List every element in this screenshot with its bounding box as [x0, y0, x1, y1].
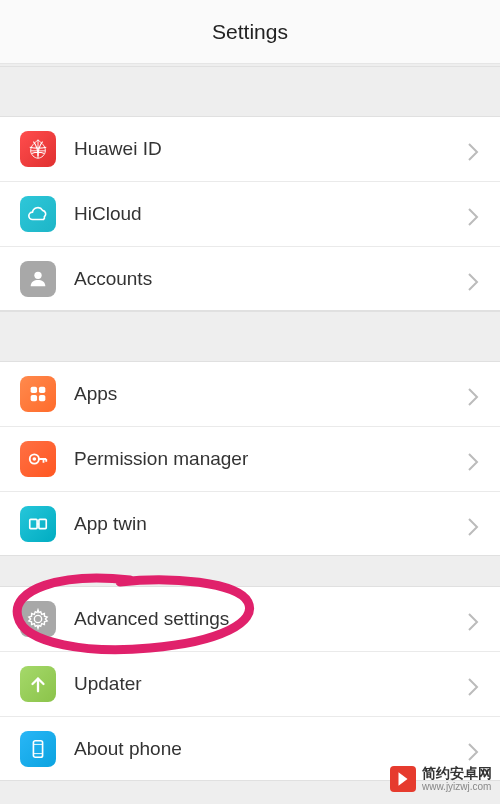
cloud-icon [20, 196, 56, 232]
chevron-right-icon [466, 517, 480, 531]
list-item-hicloud[interactable]: HiCloud [0, 181, 500, 246]
svg-rect-8 [39, 519, 46, 528]
list-item-advanced-settings[interactable]: Advanced settings [0, 586, 500, 651]
svg-point-0 [34, 271, 41, 278]
list-item-apps[interactable]: Apps [0, 361, 500, 426]
settings-group-apps: Apps Permission manager App twin [0, 361, 500, 556]
list-item-label: Huawei ID [74, 138, 466, 160]
list-item-label: About phone [74, 738, 466, 760]
list-item-huawei-id[interactable]: Huawei ID [0, 116, 500, 181]
watermark: 简约安卓网 www.jyizwj.com [390, 766, 492, 792]
svg-point-6 [33, 457, 37, 461]
key-icon [20, 441, 56, 477]
chevron-right-icon [466, 207, 480, 221]
settings-group-system: Advanced settings Updater About phone [0, 586, 500, 781]
chevron-right-icon [466, 272, 480, 286]
section-gap [0, 66, 500, 116]
grid-icon [20, 376, 56, 412]
svg-rect-1 [31, 387, 37, 393]
settings-group-accounts: Huawei ID HiCloud Accounts [0, 116, 500, 311]
list-item-label: Apps [74, 383, 466, 405]
svg-rect-4 [39, 395, 45, 401]
svg-rect-7 [30, 519, 37, 528]
list-item-apptwin[interactable]: App twin [0, 491, 500, 556]
list-item-label: HiCloud [74, 203, 466, 225]
list-item-label: Advanced settings [74, 608, 466, 630]
page-title: Settings [212, 20, 288, 44]
list-item-label: Updater [74, 673, 466, 695]
twin-icon [20, 506, 56, 542]
svg-rect-2 [39, 387, 45, 393]
chevron-right-icon [466, 452, 480, 466]
watermark-logo-icon [390, 766, 416, 792]
watermark-url: www.jyizwj.com [422, 781, 492, 792]
svg-rect-10 [33, 740, 42, 757]
header: Settings [0, 0, 500, 64]
arrow-up-icon [20, 666, 56, 702]
chevron-right-icon [466, 742, 480, 756]
list-item-label: Accounts [74, 268, 466, 290]
chevron-right-icon [466, 612, 480, 626]
list-item-updater[interactable]: Updater [0, 651, 500, 716]
watermark-text: 简约安卓网 www.jyizwj.com [422, 766, 492, 792]
watermark-title: 简约安卓网 [422, 766, 492, 781]
list-item-label: Permission manager [74, 448, 466, 470]
section-gap [0, 311, 500, 361]
person-icon [20, 261, 56, 297]
chevron-right-icon [466, 677, 480, 691]
svg-rect-3 [31, 395, 37, 401]
chevron-right-icon [466, 387, 480, 401]
phone-icon [20, 731, 56, 767]
huawei-icon [20, 131, 56, 167]
list-item-accounts[interactable]: Accounts [0, 246, 500, 311]
chevron-right-icon [466, 142, 480, 156]
section-gap [0, 556, 500, 586]
gear-icon [20, 601, 56, 637]
list-item-label: App twin [74, 513, 466, 535]
list-item-permission[interactable]: Permission manager [0, 426, 500, 491]
